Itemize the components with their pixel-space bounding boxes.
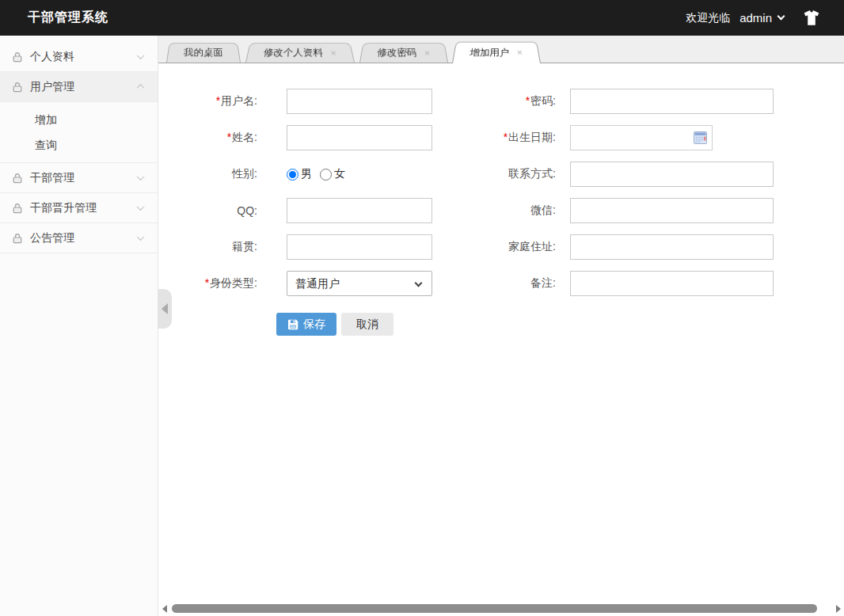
save-floppy-icon: [287, 319, 298, 330]
main-content: 我的桌面 修改个人资料 × 修改密码 × 增加用户 × *用户名: *密码:: [158, 36, 844, 616]
usertype-selected-value: 普通用户: [295, 277, 340, 290]
required-mark: *: [205, 276, 209, 289]
password-input[interactable]: [570, 89, 774, 114]
address-label: 家庭住址:: [432, 240, 556, 254]
app-title: 干部管理系统: [28, 10, 108, 26]
sidebar-nav: 个人资料 用户管理 增加 查询 干部管理: [0, 36, 158, 253]
tab-label: 我的桌面: [183, 46, 223, 59]
topbar-right: 欢迎光临 admin: [686, 10, 820, 26]
required-mark: *: [504, 131, 508, 143]
sidebar-item-personal-profile[interactable]: 个人资料: [0, 42, 158, 72]
lock-icon: [11, 202, 24, 215]
tab-edit-profile[interactable]: 修改个人资料 ×: [245, 43, 355, 63]
gender-label: 性别:: [162, 167, 257, 181]
cancel-button[interactable]: 取消: [341, 313, 393, 336]
required-mark: *: [216, 94, 220, 107]
close-icon[interactable]: ×: [516, 48, 523, 57]
close-icon[interactable]: ×: [330, 48, 337, 58]
tab-label: 增加用户: [470, 46, 510, 59]
save-button-label: 保存: [303, 318, 325, 332]
sidebar-collapse-handle[interactable]: [158, 289, 172, 329]
required-mark: *: [526, 94, 530, 107]
cancel-button-label: 取消: [356, 318, 378, 332]
topbar: 干部管理系统 欢迎光临 admin: [0, 0, 844, 36]
form-row: *身份类型: 普通用户 备注:: [162, 271, 844, 296]
qq-label: QQ:: [162, 204, 257, 217]
remark-input[interactable]: [570, 271, 774, 296]
tab-my-desktop[interactable]: 我的桌面: [166, 43, 241, 63]
usertype-select[interactable]: 普通用户: [287, 271, 432, 296]
contact-label: 联系方式:: [432, 167, 556, 181]
collapse-arrow-icon: [162, 303, 168, 314]
hometown-input[interactable]: [287, 234, 432, 260]
form-row: *用户名: *密码:: [162, 89, 844, 114]
add-user-form: *用户名: *密码: *姓名: *出生日期:: [158, 63, 844, 336]
chevron-down-icon: [415, 279, 423, 287]
sidebar-item-label: 公告管理: [30, 231, 74, 245]
qq-input[interactable]: [287, 198, 432, 223]
username-input[interactable]: [287, 89, 432, 114]
calendar-icon[interactable]: [694, 131, 707, 144]
welcome-text: 欢迎光临: [686, 11, 730, 25]
password-label: *密码:: [432, 94, 556, 108]
usertype-label: *身份类型:: [162, 276, 257, 291]
form-row: 籍贯: 家庭住址:: [162, 234, 844, 260]
scroll-left-arrow-icon[interactable]: [162, 605, 167, 613]
form-row: *姓名: *出生日期:: [162, 125, 844, 150]
fullname-input[interactable]: [287, 125, 432, 150]
chevron-up-icon: [137, 84, 145, 92]
birthdate-field: [570, 125, 713, 150]
wechat-input[interactable]: [570, 198, 774, 223]
lock-icon: [11, 51, 24, 63]
sidebar-subitem-add[interactable]: 增加: [0, 107, 158, 132]
lock-icon: [11, 81, 24, 93]
birthdate-label: *出生日期:: [432, 131, 556, 145]
sidebar: 个人资料 用户管理 增加 查询 干部管理: [0, 36, 158, 616]
sidebar-submenu: 增加 查询: [0, 102, 158, 163]
remark-label: 备注:: [432, 276, 556, 291]
chevron-down-icon[interactable]: [777, 13, 785, 21]
save-button[interactable]: 保存: [276, 313, 336, 336]
scrollbar-thumb[interactable]: [172, 604, 817, 613]
hometown-label: 籍贯:: [162, 240, 257, 254]
sidebar-item-announcement[interactable]: 公告管理: [0, 223, 158, 253]
sidebar-item-cadre-promotion[interactable]: 干部晋升管理: [0, 193, 158, 223]
tab-bar: 我的桌面 修改个人资料 × 修改密码 × 增加用户 ×: [158, 36, 844, 63]
gender-option-male[interactable]: 男: [301, 167, 312, 181]
sidebar-item-user-management[interactable]: 用户管理: [0, 72, 158, 102]
tab-change-password[interactable]: 修改密码 ×: [359, 43, 448, 63]
chevron-down-icon: [137, 233, 145, 241]
sidebar-item-cadre-management[interactable]: 干部管理: [0, 163, 158, 193]
contact-input[interactable]: [570, 162, 774, 187]
fullname-label: *姓名:: [162, 131, 257, 145]
sidebar-subitem-query[interactable]: 查询: [0, 132, 158, 158]
address-input[interactable]: [570, 234, 774, 260]
sidebar-item-label: 用户管理: [30, 80, 74, 94]
chevron-down-icon: [137, 173, 145, 181]
tab-label: 修改密码: [376, 46, 416, 59]
gender-radio-male[interactable]: [287, 169, 298, 181]
required-mark: *: [227, 131, 231, 143]
form-actions: 保存 取消: [276, 313, 844, 336]
form-row: QQ: 微信:: [162, 198, 844, 223]
sidebar-item-label: 个人资料: [30, 50, 74, 64]
username-label: *用户名:: [162, 94, 257, 108]
app-window: 干部管理系统 欢迎光临 admin 个人资料: [0, 0, 844, 616]
chevron-down-icon: [137, 51, 145, 59]
theme-shirt-icon[interactable]: [803, 10, 820, 26]
horizontal-scrollbar: [162, 603, 841, 614]
user-menu[interactable]: admin: [739, 11, 772, 25]
tab-label: 修改个人资料: [263, 46, 324, 59]
gender-radio-female[interactable]: [320, 169, 332, 181]
form-row: 性别: 男 女 联系方式:: [162, 162, 844, 187]
lock-icon: [11, 172, 24, 184]
birthdate-input[interactable]: [570, 125, 713, 150]
scroll-right-arrow-icon[interactable]: [836, 605, 841, 613]
tab-add-user[interactable]: 增加用户 ×: [452, 42, 541, 63]
close-icon[interactable]: ×: [424, 48, 430, 58]
gender-radio-group: 男 女: [287, 167, 432, 181]
gender-option-female[interactable]: 女: [334, 167, 345, 181]
lock-icon: [11, 232, 24, 245]
wechat-label: 微信:: [432, 203, 556, 218]
sidebar-item-label: 干部晋升管理: [30, 201, 97, 215]
